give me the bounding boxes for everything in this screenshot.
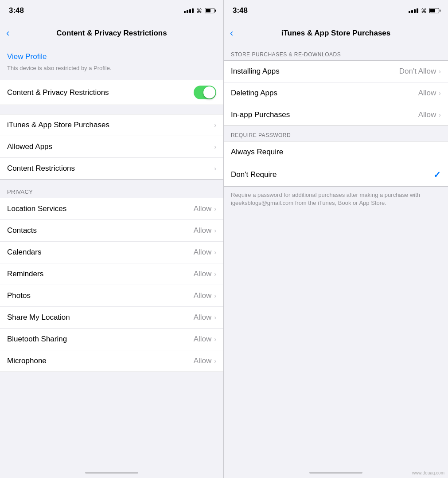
photos-label: Photos (7, 291, 31, 300)
contacts-value: Allow (194, 226, 212, 235)
store-list: Installing Apps Don't Allow › Deleting A… (224, 60, 448, 126)
password-note: Require a password for additional purcha… (224, 187, 448, 214)
calendars-right: Allow › (194, 248, 216, 257)
dont-require-item[interactable]: Don't Require ✓ (224, 163, 448, 186)
itunes-purchases-item[interactable]: iTunes & App Store Purchases › (0, 114, 223, 136)
left-time: 3:48 (9, 6, 24, 15)
main-menu-section: iTunes & App Store Purchases › Allowed A… (0, 114, 223, 180)
share-location-label: Share My Location (7, 313, 70, 322)
right-nav-title: iTunes & App Store Purchases (281, 29, 391, 38)
allowed-apps-item[interactable]: Allowed Apps › (0, 136, 223, 158)
allowed-apps-chevron-icon: › (214, 143, 216, 150)
location-chevron-icon: › (214, 205, 216, 212)
signal-icon (184, 8, 194, 13)
share-location-item[interactable]: Share My Location Allow › (0, 307, 223, 329)
deleting-apps-right: Allow › (418, 89, 441, 98)
password-list: Always Require Don't Require ✓ (224, 141, 448, 187)
itunes-purchases-label: iTunes & App Store Purchases (7, 121, 109, 129)
photos-chevron-icon: › (214, 292, 216, 299)
calendars-label: Calendars (7, 248, 42, 257)
always-require-item[interactable]: Always Require (224, 141, 448, 163)
left-back-button[interactable]: ‹ (6, 28, 10, 38)
contacts-chevron-icon: › (214, 227, 216, 234)
battery-icon (205, 8, 214, 13)
installing-apps-chevron-icon: › (439, 68, 441, 75)
calendars-item[interactable]: Calendars Allow › (0, 242, 223, 263)
deleting-apps-label: Deleting Apps (231, 89, 277, 98)
right-status-icons: ⌘ (409, 8, 439, 14)
photos-value: Allow (194, 291, 212, 300)
require-password-label: REQUIRE PASSWORD (224, 126, 448, 141)
right-wifi-icon: ⌘ (421, 8, 427, 14)
microphone-value: Allow (194, 357, 212, 365)
contacts-label: Contacts (7, 226, 37, 235)
bluetooth-value: Allow (194, 335, 212, 344)
installing-apps-value: Don't Allow (399, 67, 436, 76)
content-restrictions-label: Content Restrictions (7, 164, 75, 173)
privacy-section: Location Services Allow › Contacts Allow… (0, 198, 223, 372)
privacy-section-header: PRIVACY (0, 180, 223, 198)
wifi-icon: ⌘ (196, 8, 202, 14)
location-services-label: Location Services (7, 204, 66, 213)
profile-description: This device is also restricted by a Prof… (7, 65, 112, 71)
content-restrictions-right: › (214, 165, 216, 172)
location-services-right: Allow › (194, 204, 216, 213)
store-section-label: STORE PURCHASES & RE-DOWNLOADS (224, 45, 448, 60)
right-back-button[interactable]: ‹ (230, 28, 234, 38)
require-password-section: REQUIRE PASSWORD Always Require Don't Re… (224, 126, 448, 187)
content-restrictions-chevron-icon: › (214, 165, 216, 172)
left-panel: 3:48 ⌘ ‹ Content & Privacy Restrictions (0, 0, 224, 478)
installing-apps-label: Installing Apps (231, 67, 280, 76)
reminders-chevron-icon: › (214, 270, 216, 278)
watermark: www.deuaq.com (412, 470, 444, 475)
itunes-purchases-right: › (214, 121, 216, 129)
left-status-icons: ⌘ (184, 8, 214, 14)
dont-require-right: ✓ (433, 169, 441, 180)
checkmark-icon: ✓ (433, 169, 441, 180)
bluetooth-right: Allow › (194, 335, 216, 344)
microphone-item[interactable]: Microphone Allow › (0, 350, 223, 372)
microphone-chevron-icon: › (214, 357, 216, 364)
location-services-item[interactable]: Location Services Allow › (0, 198, 223, 220)
bluetooth-label: Bluetooth Sharing (7, 335, 67, 344)
left-back-chevron-icon: ‹ (6, 28, 9, 38)
installing-apps-right: Don't Allow › (399, 67, 441, 76)
content-restrictions-item[interactable]: Content Restrictions › (0, 158, 223, 179)
contacts-item[interactable]: Contacts Allow › (0, 220, 223, 242)
toggle-label: Content & Privacy Restrictions (7, 88, 109, 97)
contacts-right: Allow › (194, 226, 216, 235)
bluetooth-chevron-icon: › (214, 336, 216, 343)
reminders-right: Allow › (194, 270, 216, 278)
right-battery-icon (429, 8, 439, 13)
inapp-purchases-item[interactable]: In-app Purchases Allow › (224, 104, 448, 125)
calendars-value: Allow (194, 248, 212, 257)
share-location-chevron-icon: › (214, 314, 216, 321)
right-status-bar: 3:48 ⌘ (224, 0, 448, 21)
view-profile-link[interactable]: View Profile (7, 52, 216, 61)
reminders-label: Reminders (7, 270, 43, 278)
reminders-item[interactable]: Reminders Allow › (0, 263, 223, 285)
inapp-purchases-label: In-app Purchases (231, 110, 290, 119)
left-nav-header: ‹ Content & Privacy Restrictions (0, 21, 223, 45)
always-require-label: Always Require (231, 148, 283, 157)
microphone-label: Microphone (7, 357, 47, 365)
deleting-apps-item[interactable]: Deleting Apps Allow › (224, 82, 448, 104)
photos-item[interactable]: Photos Allow › (0, 285, 223, 307)
microphone-right: Allow › (194, 357, 216, 365)
left-nav-title: Content & Privacy Restrictions (56, 29, 167, 38)
left-status-bar: 3:48 ⌘ (0, 0, 223, 21)
content-privacy-toggle[interactable] (194, 86, 216, 99)
installing-apps-item[interactable]: Installing Apps Don't Allow › (224, 61, 448, 82)
dont-require-label: Don't Require (231, 170, 277, 179)
photos-right: Allow › (194, 291, 216, 300)
right-signal-icon (409, 8, 418, 13)
bluetooth-item[interactable]: Bluetooth Sharing Allow › (0, 329, 223, 350)
calendars-chevron-icon: › (214, 249, 216, 256)
deleting-apps-chevron-icon: › (439, 90, 441, 97)
toggle-section: Content & Privacy Restrictions (0, 80, 223, 105)
content-privacy-toggle-row[interactable]: Content & Privacy Restrictions (0, 80, 223, 105)
store-section-group: STORE PURCHASES & RE-DOWNLOADS Installin… (224, 45, 448, 126)
allowed-apps-label: Allowed Apps (7, 142, 52, 151)
left-home-indicator (0, 472, 223, 478)
reminders-value: Allow (194, 270, 212, 278)
